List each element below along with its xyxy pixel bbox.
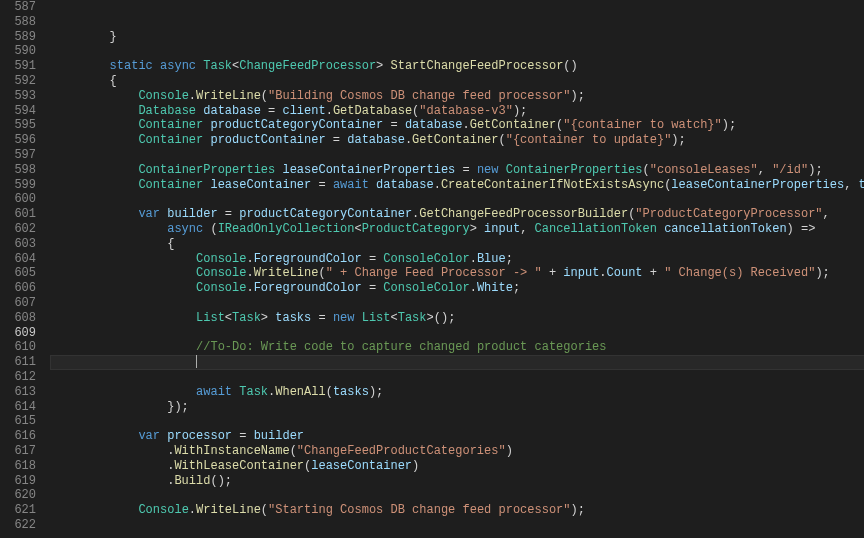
line-number: 600	[8, 192, 36, 207]
line-number: 601	[8, 207, 36, 222]
line-number: 622	[8, 518, 36, 533]
code-line[interactable]: .WithInstanceName("ChangeFeedProductCate…	[50, 444, 864, 459]
code-line[interactable]	[50, 148, 864, 163]
line-number: 598	[8, 163, 36, 178]
code-line[interactable]: ContainerProperties leaseContainerProper…	[50, 163, 864, 178]
code-line[interactable]	[50, 326, 864, 341]
code-line[interactable]: Container productCategoryContainer = dat…	[50, 118, 864, 133]
line-number: 615	[8, 414, 36, 429]
code-line[interactable]	[50, 192, 864, 207]
code-line[interactable]: });	[50, 400, 864, 415]
line-number-gutter: 5875885895905915925935945955965975985996…	[0, 0, 50, 538]
code-line[interactable]	[50, 414, 864, 429]
line-number: 610	[8, 340, 36, 355]
line-number: 594	[8, 104, 36, 119]
line-number: 618	[8, 459, 36, 474]
code-line[interactable]: Console.ForegroundColor = ConsoleColor.W…	[50, 281, 864, 296]
line-number: 599	[8, 178, 36, 193]
code-line[interactable]: Console.ForegroundColor = ConsoleColor.B…	[50, 252, 864, 267]
code-line[interactable]: {	[50, 237, 864, 252]
code-line[interactable]: Console.WriteLine(" + Change Feed Proces…	[50, 266, 864, 281]
line-number: 602	[8, 222, 36, 237]
line-number: 589	[8, 30, 36, 45]
line-number: 609	[8, 326, 36, 341]
code-line[interactable]: //To-Do: Write code to capture changed p…	[50, 340, 864, 355]
code-line[interactable]: {	[50, 74, 864, 89]
line-number: 612	[8, 370, 36, 385]
line-number: 590	[8, 44, 36, 59]
code-line[interactable]	[50, 296, 864, 311]
code-line[interactable]	[50, 44, 864, 59]
line-number: 603	[8, 237, 36, 252]
line-number: 595	[8, 118, 36, 133]
line-number: 617	[8, 444, 36, 459]
code-line[interactable]	[50, 488, 864, 503]
line-number: 616	[8, 429, 36, 444]
line-number: 611	[8, 355, 36, 370]
code-line[interactable]: var builder = productCategoryContainer.G…	[50, 207, 864, 222]
code-line[interactable]	[50, 355, 864, 370]
code-line[interactable]: Container productContainer = database.Ge…	[50, 133, 864, 148]
code-line[interactable]: Database database = client.GetDatabase("…	[50, 104, 864, 119]
code-editor[interactable]: 5875885895905915925935945955965975985996…	[0, 0, 864, 538]
code-line[interactable]: List<Task> tasks = new List<Task>();	[50, 311, 864, 326]
line-number: 604	[8, 252, 36, 267]
code-area[interactable]: } static async Task<ChangeFeedProcessor>…	[50, 0, 864, 538]
line-number: 596	[8, 133, 36, 148]
line-number: 606	[8, 281, 36, 296]
code-line[interactable]: var processor = builder	[50, 429, 864, 444]
code-line[interactable]: Console.WriteLine("Starting Cosmos DB ch…	[50, 503, 864, 518]
code-line[interactable]: }	[50, 30, 864, 45]
line-number: 613	[8, 385, 36, 400]
line-number: 607	[8, 296, 36, 311]
code-line[interactable]: async (IReadOnlyCollection<ProductCatego…	[50, 222, 864, 237]
line-number: 587	[8, 0, 36, 15]
line-number: 614	[8, 400, 36, 415]
code-line[interactable]	[50, 533, 864, 538]
code-line[interactable]: .Build();	[50, 474, 864, 489]
line-number: 619	[8, 474, 36, 489]
code-line[interactable]: await Task.WhenAll(tasks);	[50, 385, 864, 400]
code-line[interactable]: .WithLeaseContainer(leaseContainer)	[50, 459, 864, 474]
text-cursor	[196, 355, 197, 368]
code-line[interactable]: static async Task<ChangeFeedProcessor> S…	[50, 59, 864, 74]
code-line[interactable]: Console.WriteLine("Building Cosmos DB ch…	[50, 89, 864, 104]
line-number: 608	[8, 311, 36, 326]
code-line[interactable]: Container leaseContainer = await databas…	[50, 178, 864, 193]
line-number: 592	[8, 74, 36, 89]
line-number: 621	[8, 503, 36, 518]
code-line[interactable]	[50, 370, 864, 385]
code-line[interactable]	[50, 518, 864, 533]
line-number: 597	[8, 148, 36, 163]
line-number: 591	[8, 59, 36, 74]
line-number: 588	[8, 15, 36, 30]
line-number: 620	[8, 488, 36, 503]
line-number: 605	[8, 266, 36, 281]
line-number: 593	[8, 89, 36, 104]
